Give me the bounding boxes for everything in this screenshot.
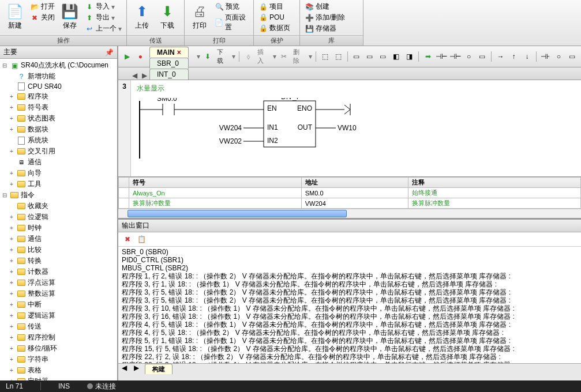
col-address[interactable]: 地址 — [301, 178, 408, 188]
tab-close-icon[interactable]: × — [177, 48, 181, 56]
project-icon: 🔒 — [258, 2, 268, 12]
tree-item[interactable]: +逻辑运算 — [1, 310, 116, 321]
tb-2[interactable]: ⬚ — [333, 51, 344, 62]
tb-14[interactable]: ↑ — [508, 51, 519, 62]
tree-item[interactable]: +比较 — [1, 244, 116, 255]
output-copy-button[interactable]: 📋 — [136, 233, 147, 245]
output-tab-nav-left[interactable]: ◀ — [118, 364, 130, 374]
tb-15[interactable]: ↓ — [522, 51, 533, 62]
tree-item[interactable]: ?新增功能 — [1, 71, 116, 82]
tab-MAIN[interactable]: MAIN× — [149, 47, 189, 58]
import-button[interactable]: ⬇导入▾ — [83, 1, 124, 12]
output-tab-build[interactable]: 构建 — [145, 364, 173, 374]
page-setup-button[interactable]: 📄页面设置 — [212, 12, 251, 33]
tb-12[interactable]: ▭ — [477, 51, 488, 62]
tree-item[interactable]: +浮点运算 — [1, 277, 116, 288]
editor-hscroll[interactable] — [118, 209, 581, 218]
open-button[interactable]: 📂打开 — [28, 1, 57, 12]
tree-item[interactable]: 系统块 — [1, 135, 116, 146]
tb-7[interactable]: ◨ — [404, 51, 415, 62]
lib-mem-button[interactable]: 💾存储器 — [302, 23, 347, 34]
tree-item[interactable]: CPU SR40 — [1, 82, 116, 91]
print-button[interactable]: 🖨打印 — [187, 1, 212, 32]
tb-16[interactable]: ⊣⊦ — [540, 51, 551, 62]
lib-create-button[interactable]: 📚创建 — [302, 1, 347, 12]
tree-item[interactable]: +传送 — [1, 321, 116, 332]
tree-item[interactable]: +定时器 — [1, 376, 116, 380]
preview-button[interactable]: 🔍预览 — [212, 1, 251, 12]
delete-button[interactable]: ✂ — [279, 51, 290, 62]
tree-item[interactable]: +整数运算 — [1, 288, 116, 299]
tree-item[interactable]: +程序块 — [1, 91, 116, 102]
tree-instructions[interactable]: ⊟ 指令 — [1, 190, 116, 201]
new-button[interactable]: 📄 新建 — [2, 1, 28, 32]
project-icon: ▣ — [10, 62, 19, 70]
tree-pin-icon[interactable]: 📌 — [105, 48, 114, 56]
new-label: 新建 — [8, 21, 22, 31]
project-button[interactable]: 🔒项目 — [256, 1, 293, 12]
tree-item[interactable]: +符号表 — [1, 102, 116, 113]
tb-10[interactable]: ⊣⊢ — [449, 51, 461, 62]
tree-item[interactable]: +位逻辑 — [1, 212, 116, 223]
tree-item[interactable]: +字符串 — [1, 354, 116, 365]
col-symbol[interactable]: 符号 — [129, 178, 302, 188]
tb-4[interactable]: ▭ — [364, 51, 375, 62]
tb-8[interactable]: ➡ — [422, 51, 433, 62]
stop-button[interactable]: ● — [135, 51, 146, 62]
tree-item[interactable]: +通信 — [1, 233, 116, 244]
tree-item[interactable]: +时钟 — [1, 223, 116, 233]
tree-item[interactable]: +数据块 — [1, 124, 116, 135]
tree-item[interactable]: +计数器 — [1, 266, 116, 277]
tree-item[interactable]: +程序控制 — [1, 332, 116, 343]
tab-strip: ◀ ▶ MAIN×SBR_0INT_0 — [118, 67, 581, 80]
run-button[interactable]: ▶ — [122, 51, 133, 62]
datapage-button[interactable]: 🔒数据页 — [256, 22, 293, 33]
tree-item[interactable]: +移位/循环 — [1, 343, 116, 354]
ladder-diagram[interactable]: SM0.0 DIV_I EN ENO IN1 OUT IN2 — [137, 98, 460, 161]
tree-root[interactable]: ⊟▣ SR40点洗水机 (C:\Documen — [1, 60, 116, 71]
lib-add-button[interactable]: ➕添加/删除 — [302, 12, 347, 23]
output-line: 程序段 15, 行 5, 错误 18: : （操作数 2） V 存储器未分配给库… — [122, 345, 578, 353]
tb-1[interactable]: ⬚ — [320, 51, 331, 62]
tab-nav-left[interactable]: ◀ — [130, 71, 140, 80]
table-row[interactable]: Always_OnSM0.0始终接通 — [119, 188, 581, 198]
download-button[interactable]: ⬇下载 — [155, 1, 180, 32]
col-comment[interactable]: 注释 — [408, 178, 581, 188]
tree-item[interactable]: +状态图表 — [1, 113, 116, 124]
tb-11[interactable]: ○ — [463, 51, 474, 62]
save-button[interactable]: 💾 保存 — [57, 1, 83, 32]
tree-body[interactable]: ⊟▣ SR40点洗水机 (C:\Documen ?新增功能CPU SR40+程序… — [0, 59, 117, 380]
table-row[interactable]: 换算脉冲数量VW204换算脉冲数量 — [119, 198, 581, 209]
export-button[interactable]: ⬆导出▾ — [83, 12, 124, 23]
tab-nav-right[interactable]: ▶ — [140, 71, 149, 80]
ladder-editor[interactable]: 3 水量显示 SM0.0 DIV_I — [118, 80, 581, 176]
download-tb-button[interactable]: ⬇ — [203, 51, 213, 62]
in1-val: VW204 — [219, 124, 242, 132]
tb-9[interactable]: ⊣⊢ — [436, 51, 447, 62]
tree-item[interactable]: 🖥通信 — [1, 157, 116, 168]
output-clear-button[interactable]: ✖ — [122, 233, 133, 245]
pou-button[interactable]: 🔒POU — [256, 12, 293, 22]
tree-item[interactable]: +表格 — [1, 365, 116, 376]
insert-button[interactable]: ⎀ — [243, 51, 254, 62]
upload-button[interactable]: ⬆上传 — [129, 1, 155, 32]
tree-item[interactable]: +向导 — [1, 168, 116, 179]
output-body[interactable]: SBR_0 (SBR0)PID0_CTRL (SBR1)MBUS_CTRL (S… — [118, 247, 581, 363]
tab-SBR_0[interactable]: SBR_0 — [149, 58, 189, 69]
tb-5[interactable]: ▭ — [377, 51, 388, 62]
tree-item[interactable]: 收藏夹 — [1, 201, 116, 212]
tb-3[interactable]: ▭ — [351, 51, 362, 62]
close-button[interactable]: ✖关闭 — [28, 12, 57, 23]
project-tree-panel: 主要 📌 ⊟▣ SR40点洗水机 (C:\Documen ?新增功能CPU SR… — [0, 46, 118, 380]
tree-item[interactable]: +中断 — [1, 299, 116, 310]
output-tab-nav-right[interactable]: ▶ — [130, 364, 143, 374]
tree-item[interactable]: +转换 — [1, 255, 116, 266]
tb-18[interactable]: ▭ — [567, 51, 578, 62]
tree-item[interactable]: +工具 — [1, 179, 116, 190]
tb-6[interactable]: ◧ — [391, 51, 402, 62]
tree-item[interactable]: +交叉引用 — [1, 146, 116, 157]
prev-button[interactable]: ↩上一个▾ — [83, 23, 124, 34]
tb-13[interactable]: → — [495, 51, 506, 62]
tab-INT_0[interactable]: INT_0 — [149, 69, 189, 80]
tb-17[interactable]: ○ — [553, 51, 564, 62]
